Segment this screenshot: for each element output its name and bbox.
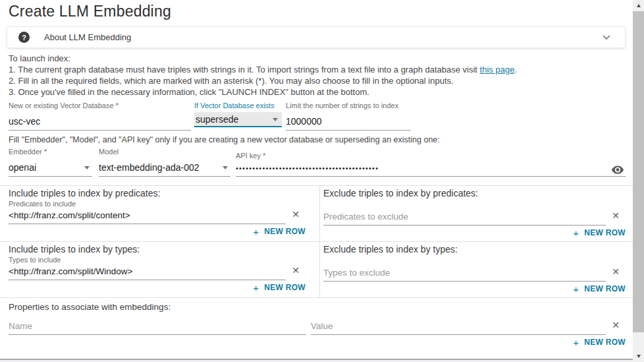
embedder-label: Embedder *	[9, 148, 92, 156]
include-types-row: Types to include ✕	[9, 256, 306, 280]
exclude-types-input-col	[323, 256, 606, 282]
triples-filter-grid: Include triples to index by predicates: …	[0, 185, 633, 297]
predicates-to-include-label: Predicates to include	[9, 200, 286, 208]
triangle-up-icon	[637, 4, 641, 7]
step1-text-end: .	[514, 65, 517, 75]
exclude-types-section: Exclude triples to index by types: ✕ + N…	[320, 241, 633, 297]
new-row-label: NEW ROW	[584, 284, 626, 295]
exclude-types-new-row-button[interactable]: + NEW ROW	[323, 284, 626, 295]
model-selected-value: text-embedding-ada-002	[99, 161, 200, 174]
plus-icon: +	[573, 228, 579, 238]
plus-icon: +	[573, 338, 579, 347]
include-types-new-row-button[interactable]: + NEW ROW	[9, 282, 306, 293]
page-title: Create LLM Embedding	[9, 3, 633, 20]
scrollbar-down-button[interactable]	[633, 351, 644, 362]
step1-text: 1. The current graph database must have …	[9, 65, 480, 75]
embedder-field: Embedder * openai	[9, 148, 92, 177]
limit-input[interactable]	[286, 115, 411, 131]
vertical-scrollbar[interactable]	[633, 0, 644, 362]
clear-row-icon[interactable]: ✕	[286, 209, 306, 224]
scrollbar-up-button[interactable]	[633, 0, 644, 11]
api-key-label: API key *	[236, 152, 626, 160]
if-exists-field: If Vector Database exists supersede	[194, 102, 282, 131]
include-types-section: Include triples to index by types: Types…	[0, 241, 320, 297]
property-value-input[interactable]	[311, 320, 606, 335]
if-exists-select[interactable]: supersede	[194, 112, 282, 127]
plus-icon: +	[253, 227, 259, 237]
exclude-types-row: ✕	[323, 256, 626, 282]
visibility-eye-icon[interactable]	[611, 166, 624, 175]
instructions-step-1: 1. The current graph database must have …	[9, 64, 633, 75]
api-key-field: API key * ••••••••••••••••••••••••••••••…	[236, 148, 626, 177]
include-predicates-row: Predicates to include ✕	[9, 200, 306, 224]
about-panel-label: About LLM Embedding	[44, 32, 131, 42]
limit-label: Limit the number of strings to index	[286, 102, 411, 110]
instructions: To launch index: 1. The current graph da…	[9, 53, 633, 98]
property-name-input[interactable]	[9, 320, 306, 335]
about-expansion-panel[interactable]: ? About LLM Embedding	[7, 26, 626, 48]
page-content: Create LLM Embedding ? About LLM Embeddi…	[0, 0, 633, 362]
new-row-label: NEW ROW	[584, 337, 626, 348]
exclude-predicates-row: ✕	[323, 200, 626, 226]
plus-icon: +	[573, 284, 579, 294]
exclude-predicates-heading: Exclude triples to index by predicates:	[323, 188, 626, 199]
model-label: Model	[99, 148, 230, 156]
database-fields-row: New or existing Vector Database * If Vec…	[9, 102, 633, 131]
include-predicates-heading: Include triples to index by predicates:	[9, 188, 306, 199]
create-llm-embedding-page: Create LLM Embedding ? About LLM Embeddi…	[0, 0, 644, 362]
if-exists-label: If Vector Database exists	[194, 102, 282, 110]
exclude-predicates-input-col	[323, 200, 606, 226]
help-icon: ?	[18, 32, 30, 43]
properties-new-row-button[interactable]: + NEW ROW	[9, 337, 626, 348]
dropdown-arrow-icon	[273, 118, 278, 121]
types-to-include-label: Types to include	[9, 256, 286, 264]
include-predicates-input-col: Predicates to include	[9, 200, 286, 224]
clear-row-icon[interactable]: ✕	[606, 266, 626, 282]
chevron-down-icon[interactable]	[603, 35, 610, 40]
properties-row: ✕	[9, 320, 626, 335]
exclude-predicates-section: Exclude triples to index by predicates: …	[320, 186, 633, 241]
clear-row-icon[interactable]: ✕	[606, 210, 626, 226]
property-name-col	[9, 320, 306, 335]
new-row-label: NEW ROW	[264, 282, 306, 293]
dropdown-arrow-icon	[84, 166, 90, 169]
this-page-link[interactable]: this page	[480, 65, 515, 75]
predicates-to-exclude-input[interactable]	[323, 211, 606, 226]
property-value-col	[311, 320, 606, 335]
properties-heading: Properties to associate with embeddings:	[9, 301, 626, 313]
clear-row-icon[interactable]: ✕	[606, 320, 626, 335]
include-predicates-new-row-button[interactable]: + NEW ROW	[9, 226, 306, 237]
vector-database-label: New or existing Vector Database *	[9, 102, 191, 110]
embedder-selected-value: openai	[9, 161, 36, 174]
properties-section: Properties to associate with embeddings:…	[0, 297, 633, 351]
new-row-label: NEW ROW	[264, 226, 306, 237]
exclude-predicates-new-row-button[interactable]: + NEW ROW	[323, 227, 626, 239]
predicates-to-include-input[interactable]	[9, 210, 286, 224]
include-types-input-col: Types to include	[9, 256, 286, 280]
triangle-down-icon	[637, 355, 641, 358]
types-to-exclude-input[interactable]	[323, 267, 606, 282]
types-to-include-input[interactable]	[9, 266, 286, 280]
instructions-step-2: 2. Fill in all the required fields, whic…	[9, 75, 633, 86]
model-select[interactable]: text-embedding-ada-002	[99, 161, 230, 177]
vector-database-field: New or existing Vector Database *	[9, 102, 191, 131]
embedder-fields-row: Embedder * openai Model text-embedding-a…	[9, 148, 626, 177]
scrollbar-thumb[interactable]	[633, 11, 644, 332]
model-field: Model text-embedding-ada-002	[99, 148, 230, 177]
new-row-label: NEW ROW	[584, 227, 626, 239]
vector-database-input[interactable]	[9, 115, 191, 131]
clear-row-icon[interactable]: ✕	[286, 265, 306, 280]
include-types-heading: Include triples to index by types:	[9, 244, 306, 255]
embedder-note: Fill "Embedder", "Model", and "API key" …	[9, 135, 633, 145]
include-predicates-section: Include triples to index by predicates: …	[0, 186, 320, 241]
dropdown-arrow-icon	[223, 166, 228, 169]
bottom-divider	[0, 359, 633, 362]
instructions-intro: To launch index:	[9, 53, 633, 64]
api-key-input[interactable]: ••••••••••••••••••••••••••••••••••••••••…	[236, 162, 626, 177]
plus-icon: +	[253, 283, 259, 293]
exclude-types-heading: Exclude triples to index by types:	[323, 244, 626, 255]
if-exists-selected-value: supersede	[196, 114, 238, 125]
embedder-select[interactable]: openai	[9, 161, 92, 177]
instructions-step-3: 3. Once you've filled in the necessary i…	[9, 86, 633, 98]
limit-field: Limit the number of strings to index	[286, 102, 411, 131]
